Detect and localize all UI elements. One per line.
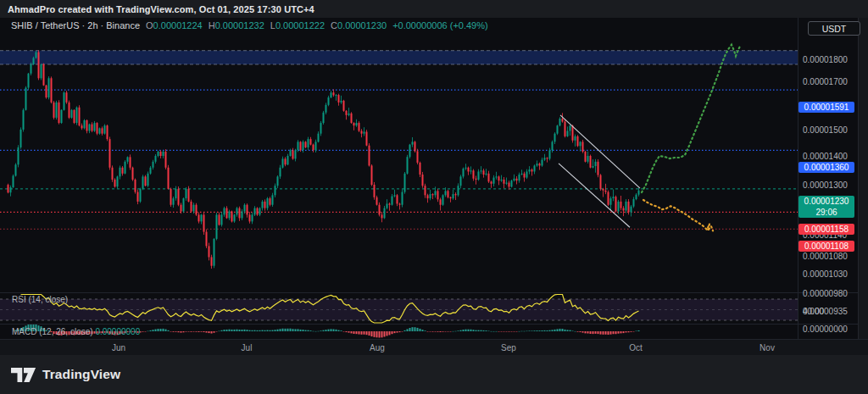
price-tick: 0.00001300 [803,180,848,191]
month-label-nov: Nov [750,343,784,352]
macd-legend[interactable]: MACD (12, 26, close) 0.00000000 [12,327,140,336]
month-label-oct: Oct [619,343,653,352]
price-level-label: 0.00001108 [798,241,854,252]
footer-bar: TradingView [0,355,868,394]
rsi-axis-value: 40.00 [803,307,824,317]
ohlc-key: H [209,20,215,31]
price-level-label: 0.00001591 [798,102,854,113]
tradingview-chart-window: AhmadPro created with TradingView.com, O… [0,0,868,394]
attribution-bar: AhmadPro created with TradingView.com, O… [0,0,868,18]
price-tick: 0.00001800 [803,55,848,65]
price-tick: 0.00001500 [803,125,848,136]
last-price-label: 0.0000123029:06 [798,196,854,218]
rsi-legend[interactable]: RSI (14, close) [12,295,68,304]
price-tick: 0.00001030 [803,269,848,280]
month-label-jul: Jul [230,343,264,352]
tradingview-logo-icon [11,368,36,382]
rsi-label: RSI (14, close) [12,295,68,304]
ohlc-key: O [146,20,153,31]
bar-countdown: 29:06 [798,207,854,218]
month-label-sep: Sep [492,343,526,352]
currency-toggle-button[interactable]: USDT [808,21,860,36]
price-tick: 0.00001080 [803,252,848,262]
price-level-label: 0.00001158 [798,224,854,235]
ohlc-value: 0.00001224 [153,20,203,31]
pane-separator-rsi[interactable] [0,292,858,293]
price-tick: 0.00001400 [803,152,848,162]
symbol-legend[interactable]: SHIB / TetherUS · 2h · BinanceO0.0000122… [11,20,488,31]
price-axis-border [798,18,798,339]
ohlc-value: 0.00001230 [337,20,387,31]
change-value: +0.00000006 (+0.49%) [392,20,488,31]
month-label-jun: Jun [102,343,136,352]
price-tick: 0.00001700 [803,77,848,87]
macd-value: 0.00000000 [95,327,140,336]
macd-label: MACD (12, 26, close) [12,327,93,336]
price-tick: 0.00000980 [803,289,848,299]
ohlc-key: C [331,20,337,31]
right-margin-strip [858,18,868,339]
macd-axis-value: 0.00000000 [803,325,848,335]
last-price-value: 0.00001230 [798,196,854,207]
price-level-label: 0.00001360 [798,162,854,173]
month-label-aug: Aug [360,343,394,352]
ohlc-values: O0.00001224H0.00001232L0.00001222C0.0000… [140,20,387,31]
ohlc-value: 0.00001222 [275,20,325,31]
time-axis[interactable]: JunJulAugSepOctNov [0,339,868,355]
chart-canvas[interactable] [0,18,798,339]
tradingview-wordmark: TradingView [42,367,120,382]
symbol-title[interactable]: SHIB / TetherUS · 2h · Binance [11,20,140,31]
ohlc-value: 0.00001232 [215,20,264,31]
pane-separator-macd[interactable] [0,324,858,325]
attribution-text: AhmadPro created with TradingView.com, O… [8,4,314,14]
